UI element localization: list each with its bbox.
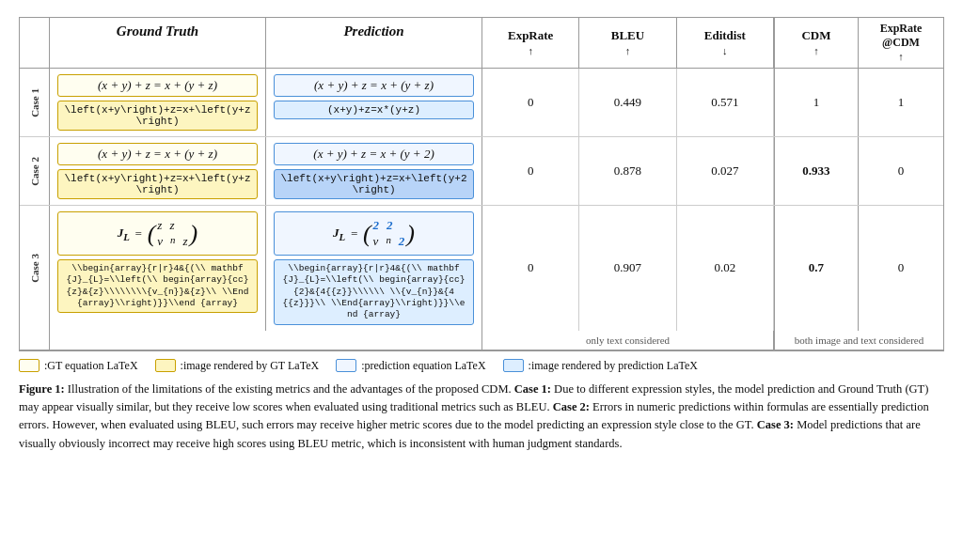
legend-pred-img-box	[503, 359, 524, 372]
bleu-label: BLEU	[611, 28, 644, 43]
case-3-pred-latex: \\begin{array}{r|r}4&{(\\ mathbf{J}_{L}=…	[274, 259, 474, 325]
case-2-editdist-val: 0.027	[711, 163, 738, 179]
subtext-left	[50, 331, 482, 350]
exprate-cdm-arrow	[898, 50, 904, 64]
bleu-arrow	[625, 43, 631, 58]
header-bleu: BLEU	[579, 18, 676, 68]
case-1-bleu: 0.449	[579, 69, 676, 136]
case-3-cdm-val: 0.7	[809, 260, 824, 275]
legend-pred-img: :image rendered by prediction LaTeX	[503, 359, 698, 373]
case-1-gt-eq: (x + y) + z = x + (y + z)	[57, 74, 258, 97]
table-header: Ground Truth Prediction ExpRate BLEU Edi…	[20, 18, 943, 69]
case-col-header	[20, 18, 50, 68]
case-2-pred-latex: \left(x+y\right)+z=x+\left(y+2\right)	[274, 169, 474, 199]
case-3-exprate-cdm: 0	[859, 206, 943, 331]
case-1-exprate: 0	[482, 69, 579, 136]
case-1-cdm-val: 1	[813, 95, 820, 110]
case-3-row: Case 3 JL = ( zz vnz )	[20, 206, 943, 331]
cdm-arrow	[813, 43, 819, 58]
header-exprate-cdm: ExpRate @CDM	[859, 18, 943, 68]
case-3-gt-eq: JL = ( zz vnz )	[57, 211, 258, 256]
case-2-cdm-val: 0.933	[802, 163, 829, 179]
pred-label: Prediction	[343, 23, 403, 39]
exprate-arrow	[528, 43, 533, 58]
case-3-gt-matrix: JL = ( zz vnz )	[118, 218, 198, 249]
case-3-label: Case 3	[29, 254, 40, 283]
case-3-pred: JL = ( 22 vn2 ) \\begin{array}{r|r}4&{(\…	[266, 206, 482, 331]
case-1-label: Case 1	[29, 88, 40, 117]
case-1-pred-eq: (x + y) + z = x + (y + z)	[274, 74, 474, 97]
legend-pred-eq-label: :prediction equation LaTeX	[361, 359, 485, 373]
legend-row: :GT equation LaTeX :image rendered by GT…	[19, 359, 944, 373]
case-3-bleu-val: 0.907	[614, 260, 641, 275]
case-2-pred-eq: (x + y) + z = x + (y + 2)	[274, 143, 474, 165]
case-3-pred-matrix: JL = ( 22 vn2 )	[333, 218, 415, 249]
case-2-bleu-val: 0.878	[614, 163, 641, 179]
case-3-cdm: 0.7	[774, 206, 859, 331]
case-3-gt-latex: \\begin{array}{r|r}4&{(\\ mathbf{J}_{L}=…	[57, 259, 258, 313]
case-3-pred-eq: JL = ( 22 vn2 )	[274, 211, 474, 256]
legend-gt-eq-label: :GT equation LaTeX	[44, 359, 138, 373]
legend-gt-eq: :GT equation LaTeX	[19, 359, 138, 373]
subtext-right-label: both image and text considered	[795, 334, 924, 346]
case-3-editdist-val: 0.02	[714, 260, 735, 275]
legend-pred-eq-box	[336, 359, 356, 372]
case-1-bleu-val: 0.449	[614, 95, 641, 110]
case-1-gt-latex: \left(x+y\right)+z=x+\left(y+z\right)	[57, 101, 258, 131]
case-2-cdm: 0.933	[774, 137, 859, 205]
case-1-pred-latex: (x+y)+z=x*(y+z)	[274, 101, 474, 119]
case-3-label-col: Case 3	[20, 206, 50, 331]
case-3-exprate-cdm-val: 0	[898, 260, 905, 275]
legend-gt-img: :image rendered by GT LaTeX	[155, 359, 320, 373]
case-3-bleu: 0.907	[579, 206, 676, 331]
case-2-exprate-val: 0	[528, 163, 534, 179]
header-cdm: CDM	[774, 18, 859, 68]
main-container: Ground Truth Prediction ExpRate BLEU Edi…	[19, 17, 944, 453]
header-pred: Prediction	[266, 18, 482, 68]
case-2-exprate-cdm: 0	[859, 137, 943, 205]
header-gt: Ground Truth	[50, 18, 266, 68]
subtext-mid: only text considered	[482, 331, 774, 350]
case-2-editdist: 0.027	[677, 137, 774, 205]
subtext-case-spacer	[20, 331, 50, 350]
subtext-right: both image and text considered	[774, 331, 943, 350]
case-1-editdist: 0.571	[677, 69, 774, 136]
case-1-row: Case 1 (x + y) + z = x + (y + z) \left(x…	[20, 69, 943, 137]
case-2-gt: (x + y) + z = x + (y + z) \left(x+y\righ…	[50, 137, 266, 205]
exprate-label: ExpRate	[508, 28, 553, 43]
case-1-pred: (x + y) + z = x + (y + z) (x+y)+z=x*(y+z…	[266, 69, 482, 136]
exprate-cdm-label: ExpRate @CDM	[860, 22, 941, 50]
case-2-label: Case 2	[29, 157, 40, 186]
case-1-label-col: Case 1	[20, 69, 50, 136]
case-2-gt-eq: (x + y) + z = x + (y + z)	[57, 143, 258, 165]
header-exprate: ExpRate	[482, 18, 579, 68]
header-editdist: Editdist	[677, 18, 774, 68]
legend-gt-img-box	[155, 359, 176, 372]
case-1-cdm: 1	[774, 69, 859, 136]
case-1-exprate-val: 0	[528, 95, 534, 110]
case-2-exprate: 0	[482, 137, 579, 205]
case-1-exprate-cdm: 1	[859, 69, 943, 136]
case-2-row: Case 2 (x + y) + z = x + (y + z) \left(x…	[20, 137, 943, 206]
comparison-table: Ground Truth Prediction ExpRate BLEU Edi…	[19, 17, 944, 351]
case-1-editdist-val: 0.571	[711, 95, 738, 110]
case-3-editdist: 0.02	[677, 206, 774, 331]
legend-gt-eq-box	[19, 359, 39, 372]
case-2-pred: (x + y) + z = x + (y + 2) \left(x+y\righ…	[266, 137, 482, 205]
legend-gt-img-label: :image rendered by GT LaTeX	[181, 359, 320, 373]
case-1-exprate-cdm-val: 1	[898, 95, 905, 110]
case-2-exprate-cdm-val: 0	[898, 163, 905, 179]
legend-pred-img-label: :image rendered by prediction LaTeX	[529, 359, 698, 373]
case-2-gt-latex: \left(x+y\right)+z=x+\left(y+z\right)	[57, 169, 258, 199]
case-3-exprate-val: 0	[528, 260, 534, 275]
case-3-exprate: 0	[482, 206, 579, 331]
subtext-row: only text considered both image and text…	[20, 331, 943, 350]
case-2-label-col: Case 2	[20, 137, 50, 205]
caption-text: Figure 1: Illustration of the limitation…	[19, 382, 929, 450]
editdist-label: Editdist	[704, 28, 746, 43]
case-2-bleu: 0.878	[579, 137, 676, 205]
gt-label: Ground Truth	[117, 23, 198, 39]
editdist-arrow	[722, 43, 728, 58]
cdm-label: CDM	[801, 28, 830, 43]
figure-caption: Figure 1: Illustration of the limitation…	[19, 381, 944, 454]
